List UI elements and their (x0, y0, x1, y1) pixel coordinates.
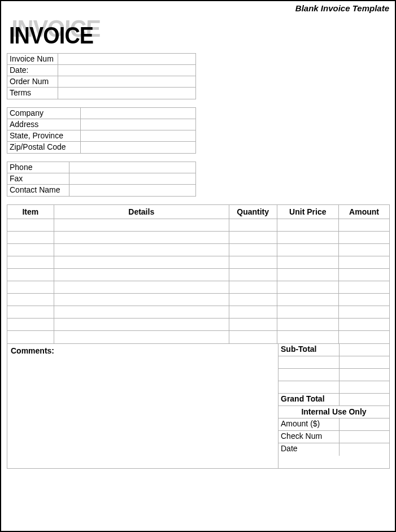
totals-row2-value[interactable] (340, 356, 389, 368)
table-cell[interactable] (277, 294, 340, 306)
phone-field[interactable] (69, 162, 195, 173)
table-cell[interactable] (7, 319, 54, 331)
totals-row3-value[interactable] (340, 369, 389, 381)
fax-field[interactable] (69, 173, 195, 184)
table-cell[interactable] (339, 256, 389, 269)
table-cell[interactable] (54, 281, 229, 294)
table-cell[interactable] (54, 319, 229, 331)
state-field[interactable] (81, 130, 195, 141)
totals-row4-label[interactable] (278, 381, 340, 393)
company-field[interactable] (81, 108, 195, 119)
table-cell[interactable] (54, 256, 229, 269)
table-cell[interactable] (339, 306, 389, 319)
col-item-header: Item (7, 205, 54, 219)
table-row (7, 256, 389, 269)
table-cell[interactable] (339, 294, 389, 306)
table-cell[interactable] (7, 219, 54, 232)
invoice-num-field[interactable] (58, 54, 195, 64)
table-cell[interactable] (277, 319, 340, 331)
bottom-section: Comments: Sub-Total Grand Total (7, 344, 390, 469)
table-cell[interactable] (339, 319, 389, 331)
table-cell[interactable] (277, 219, 340, 232)
order-num-field[interactable] (58, 76, 195, 87)
table-cell[interactable] (229, 281, 277, 294)
table-cell[interactable] (277, 306, 340, 319)
table-row (7, 232, 389, 244)
table-row (7, 269, 389, 281)
company-info-block: Company Address State, Province Zip/Post… (7, 107, 196, 154)
subtotal-value[interactable] (340, 344, 389, 356)
table-cell[interactable] (229, 232, 277, 244)
table-cell[interactable] (7, 294, 54, 306)
totals-row4-value[interactable] (340, 381, 389, 393)
invoice-page: Blank Invoice Template INVOICE INVOICE I… (0, 0, 396, 532)
table-cell[interactable] (7, 244, 54, 256)
table-cell[interactable] (7, 281, 54, 294)
table-row (7, 331, 389, 343)
contact-name-label: Contact Name (7, 185, 69, 196)
table-cell[interactable] (229, 294, 277, 306)
table-cell[interactable] (277, 256, 340, 269)
table-cell[interactable] (54, 331, 229, 343)
contact-name-field[interactable] (69, 185, 195, 196)
fax-label: Fax (7, 173, 69, 184)
totals-row3-label[interactable] (278, 369, 340, 381)
address-label: Address (7, 119, 81, 130)
table-cell[interactable] (229, 244, 277, 256)
table-cell[interactable] (7, 232, 54, 244)
items-section: Item Details Quantity Unit Price Amount (7, 204, 390, 344)
table-cell[interactable] (339, 244, 389, 256)
table-cell[interactable] (277, 269, 340, 281)
table-cell[interactable] (54, 244, 229, 256)
phone-label: Phone (7, 162, 69, 173)
table-cell[interactable] (339, 281, 389, 294)
col-unitprice-header: Unit Price (277, 205, 340, 219)
table-cell[interactable] (7, 306, 54, 319)
table-cell[interactable] (229, 219, 277, 232)
table-cell[interactable] (339, 219, 389, 232)
table-cell[interactable] (339, 331, 389, 343)
table-cell[interactable] (229, 269, 277, 281)
grandtotal-value[interactable] (340, 394, 389, 405)
table-row (7, 294, 389, 306)
table-cell[interactable] (229, 319, 277, 331)
table-cell[interactable] (277, 232, 340, 244)
table-row (7, 306, 389, 319)
items-table: Item Details Quantity Unit Price Amount (7, 205, 389, 343)
table-cell[interactable] (7, 269, 54, 281)
table-cell[interactable] (229, 256, 277, 269)
date-label: Date: (7, 65, 58, 76)
internal-date-label: Date (278, 443, 340, 456)
table-cell[interactable] (339, 232, 389, 244)
col-details-header: Details (54, 205, 229, 219)
zip-label: Zip/Postal Code (7, 142, 81, 153)
internal-date-value[interactable] (340, 443, 389, 456)
order-num-label: Order Num (7, 76, 58, 87)
zip-field[interactable] (81, 142, 195, 153)
table-cell[interactable] (277, 244, 340, 256)
comments-label[interactable]: Comments: (7, 344, 278, 468)
table-cell[interactable] (277, 331, 340, 343)
table-cell[interactable] (54, 306, 229, 319)
address-field[interactable] (81, 119, 195, 130)
table-cell[interactable] (54, 269, 229, 281)
terms-field[interactable] (58, 88, 195, 99)
table-row (7, 319, 389, 331)
date-field[interactable] (58, 65, 195, 76)
table-cell[interactable] (7, 256, 54, 269)
company-label: Company (7, 108, 81, 119)
totals-row2-label[interactable] (278, 356, 340, 368)
table-cell[interactable] (229, 306, 277, 319)
table-cell[interactable] (7, 331, 54, 343)
table-row (7, 244, 389, 256)
internal-amount-value[interactable] (340, 418, 389, 430)
table-cell[interactable] (277, 281, 340, 294)
table-cell[interactable] (54, 219, 229, 232)
internal-check-value[interactable] (340, 431, 389, 443)
subtotal-label: Sub-Total (278, 344, 340, 356)
table-cell[interactable] (54, 294, 229, 306)
invoice-num-label: Invoice Num (7, 54, 58, 64)
table-cell[interactable] (229, 331, 277, 343)
table-cell[interactable] (54, 232, 229, 244)
table-cell[interactable] (339, 269, 389, 281)
